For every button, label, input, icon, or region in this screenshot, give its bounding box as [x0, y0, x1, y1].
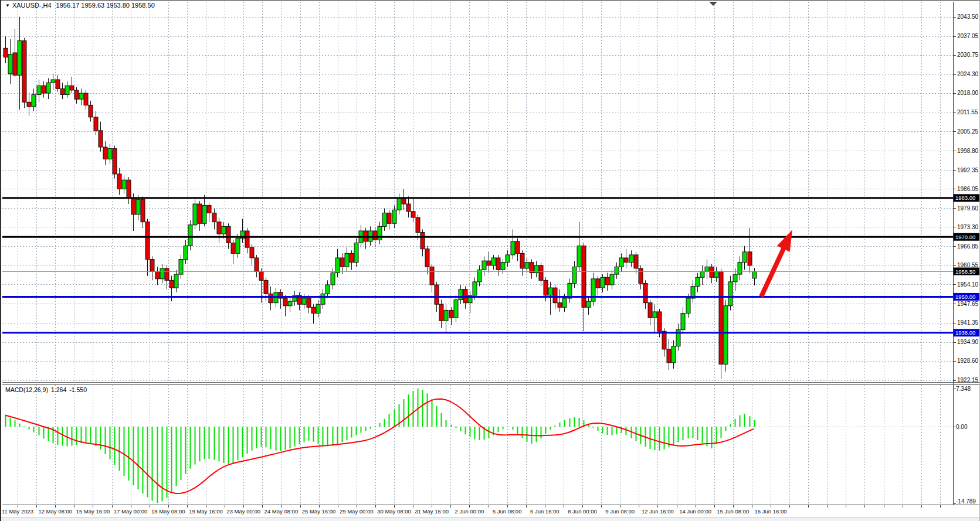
svg-text:24 May 08:00: 24 May 08:00	[265, 508, 299, 515]
chart-window: ▼XAUUSD-,H41956.17 1959.63 1953.80 1958.…	[0, 0, 980, 521]
svg-text:1922.15: 1922.15	[957, 377, 979, 383]
svg-text:6 Jun 16:00: 6 Jun 16:00	[530, 508, 559, 515]
svg-text:-14.789: -14.789	[956, 498, 976, 505]
svg-text:15 May 16:00: 15 May 16:00	[76, 508, 110, 515]
svg-text:1950.00: 1950.00	[955, 294, 975, 300]
svg-text:1986.05: 1986.05	[957, 186, 979, 192]
svg-text:2011.55: 2011.55	[957, 109, 978, 115]
svg-text:5 Jun 08:00: 5 Jun 08:00	[493, 508, 522, 515]
chart-title[interactable]: ▼XAUUSD-,H41956.17 1959.63 1953.80 1958.…	[5, 2, 155, 9]
svg-text:2030.75: 2030.75	[957, 52, 979, 58]
svg-text:1992.35: 1992.35	[957, 167, 979, 173]
macd-signal-value: -1.550	[69, 386, 87, 393]
svg-text:23 May 00:00: 23 May 00:00	[226, 508, 260, 515]
svg-text:1979.60: 1979.60	[957, 205, 979, 212]
macd-main-value: 1.264	[51, 386, 66, 393]
symbol-dropdown-icon[interactable]: ▼	[5, 3, 10, 8]
svg-text:17 May 00:00: 17 May 00:00	[114, 508, 148, 515]
macd-signal-line	[5, 399, 754, 493]
svg-text:1938.00: 1938.00	[955, 329, 975, 336]
time-axis[interactable]: 11 May 202312 May 08:0015 May 16:0017 Ma…	[2, 505, 941, 515]
svg-text:11 May 2023: 11 May 2023	[2, 508, 33, 515]
svg-text:7.348: 7.348	[956, 386, 971, 392]
svg-text:2 Jun 00:00: 2 Jun 00:00	[455, 508, 484, 515]
svg-text:1941.35: 1941.35	[957, 319, 979, 326]
svg-text:18 May 08:00: 18 May 08:00	[151, 508, 185, 515]
svg-text:2024.30: 2024.30	[957, 71, 979, 77]
macd-indicator-label: MACD(12,26,9)1.264-1.550	[5, 386, 90, 393]
window-bottom-edge	[1, 517, 980, 521]
svg-text:0.00: 0.00	[956, 424, 968, 430]
svg-text:25 May 16:00: 25 May 16:00	[302, 508, 336, 515]
svg-text:2018.00: 2018.00	[957, 90, 979, 96]
svg-text:1958.50: 1958.50	[955, 268, 975, 275]
svg-text:12 Jun 16:00: 12 Jun 16:00	[642, 508, 674, 515]
ohlc-readout: 1956.17 1959.63 1953.80 1958.50	[56, 2, 155, 9]
svg-text:1954.10: 1954.10	[957, 281, 979, 288]
svg-text:1947.65: 1947.65	[957, 301, 979, 307]
trend-arrow-annotation[interactable]	[761, 230, 792, 297]
macd-name: MACD(12,26,9)	[5, 386, 48, 393]
svg-text:19 May 16:00: 19 May 16:00	[189, 508, 223, 515]
chart-canvas[interactable]: 2043.502037.052030.752024.302018.002011.…	[1, 1, 980, 521]
svg-text:1983.00: 1983.00	[955, 195, 975, 201]
svg-text:1998.80: 1998.80	[957, 148, 979, 154]
svg-text:8 Jun 00:00: 8 Jun 00:00	[568, 508, 597, 515]
svg-text:1934.90: 1934.90	[957, 339, 979, 345]
svg-text:30 May 08:00: 30 May 08:00	[377, 508, 411, 515]
svg-text:1966.85: 1966.85	[957, 243, 979, 250]
svg-text:2043.50: 2043.50	[957, 13, 979, 20]
svg-text:12 May 08:00: 12 May 08:00	[38, 508, 72, 515]
svg-text:16 Jun 16:00: 16 Jun 16:00	[755, 508, 787, 515]
price-axis[interactable]: 2043.502037.052030.752024.302018.002011.…	[953, 13, 980, 505]
svg-text:1973.30: 1973.30	[957, 224, 979, 230]
svg-text:2037.05: 2037.05	[957, 33, 979, 39]
symbol-period-label: XAUUSD-,H4	[12, 2, 52, 9]
grid-lines	[2, 2, 953, 505]
svg-text:31 May 16:00: 31 May 16:00	[415, 508, 449, 515]
svg-text:15 Jun 08:00: 15 Jun 08:00	[717, 508, 749, 515]
svg-text:1970.00: 1970.00	[955, 234, 975, 240]
svg-text:14 Jun 00:00: 14 Jun 00:00	[679, 508, 711, 515]
svg-text:1960.55: 1960.55	[957, 262, 979, 268]
macd-histogram	[6, 389, 755, 503]
svg-text:1928.60: 1928.60	[957, 357, 979, 364]
svg-text:2005.25: 2005.25	[957, 128, 979, 135]
svg-text:29 May 00:00: 29 May 00:00	[340, 508, 374, 515]
chart-shift-marker[interactable]	[709, 2, 717, 6]
svg-text:9 Jun 08:00: 9 Jun 08:00	[605, 508, 635, 515]
